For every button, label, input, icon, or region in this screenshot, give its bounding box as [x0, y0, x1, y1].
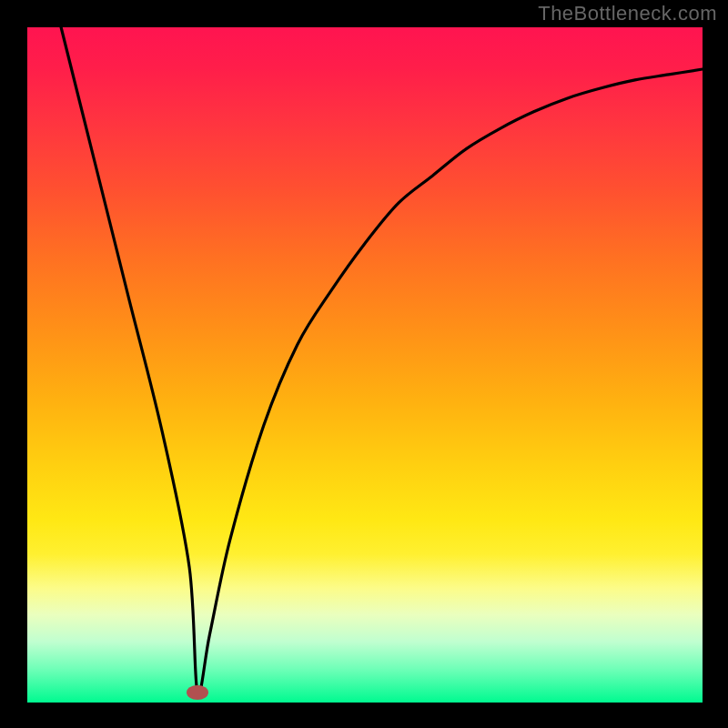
optimal-point-marker [187, 685, 208, 700]
bottleneck-curve [0, 0, 728, 728]
curve-path [61, 27, 703, 694]
chart-frame: TheBottleneck.com [0, 0, 728, 728]
